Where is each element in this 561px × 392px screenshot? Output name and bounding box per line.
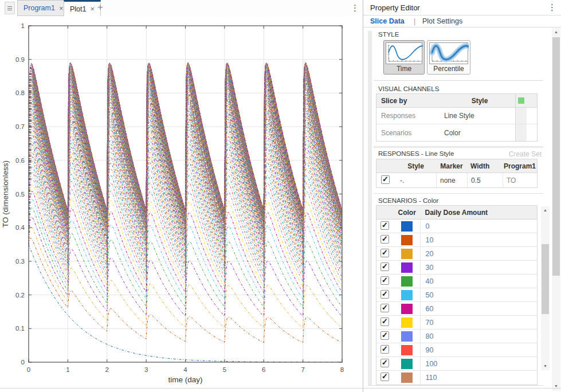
scenario-row[interactable]: 100 <box>376 357 537 371</box>
scenario-dose-label: 30 <box>420 261 537 274</box>
tab-slice-data[interactable]: Slice Data <box>370 17 405 25</box>
y-tick-label: 0 <box>21 359 25 366</box>
window-bottom-border <box>0 388 561 389</box>
scenario-row[interactable]: 40 <box>376 275 537 288</box>
scenario-row[interactable]: 80 <box>376 330 537 343</box>
channel-style[interactable]: Color <box>444 129 515 137</box>
scenario-row[interactable]: 110 <box>376 371 537 385</box>
scenario-color-swatch[interactable] <box>401 331 413 342</box>
scenario-visible-checkbox[interactable] <box>380 345 389 354</box>
create-set-button[interactable]: Create Set <box>509 150 542 158</box>
scenario-color-swatch[interactable] <box>401 290 413 300</box>
property-editor-menu-icon[interactable]: ⋮ <box>548 3 556 11</box>
indicator-cell <box>515 108 527 124</box>
property-editor-panel: Property Editor ⋮ Slice Data | Plot Sett… <box>363 0 561 392</box>
response-name: TO <box>503 173 537 187</box>
y-tick-label: 0.1 <box>15 325 25 332</box>
response-visible-checkbox[interactable] <box>381 175 390 184</box>
scenarios-table: Color Daily Dose Amount 0 10 20 30 40 50 <box>376 205 538 385</box>
tab-program1[interactable]: Program1 × <box>17 0 69 16</box>
scenarios-sublabel: Color <box>423 197 438 204</box>
app-window: Program1 × Plot1 × + ⋮ 01234567800.10.20… <box>0 0 561 392</box>
scenario-visible-checkbox[interactable] <box>380 249 389 257</box>
scenario-color-swatch[interactable] <box>401 317 413 328</box>
response-row[interactable]: -. none 0.5 TO <box>376 173 537 187</box>
scenario-visible-checkbox[interactable] <box>380 304 389 312</box>
scenarios-section-label: SCENARIOS - Color <box>378 197 438 204</box>
channel-style[interactable]: Line Style <box>444 112 515 120</box>
responses-sublabel: Line Style <box>425 150 454 157</box>
scenario-row[interactable]: 60 <box>376 302 537 316</box>
scenario-row[interactable]: 20 <box>376 247 537 261</box>
scenario-visible-checkbox[interactable] <box>380 331 389 340</box>
scenario-visible-checkbox[interactable] <box>380 262 389 271</box>
response-marker[interactable]: none <box>436 173 467 187</box>
scenario-color-swatch[interactable] <box>401 235 413 245</box>
scenarios-scrollbar[interactable]: ▲ ▼ <box>541 206 550 370</box>
tab-plot1[interactable]: Plot1 × <box>64 0 101 16</box>
scenario-visible-checkbox[interactable] <box>380 317 389 326</box>
scenario-color-swatch[interactable] <box>401 345 413 355</box>
scenario-color-swatch[interactable] <box>401 373 413 383</box>
scenario-color-swatch[interactable] <box>401 221 413 232</box>
visual-channel-row[interactable]: Responses Line Style <box>376 108 537 124</box>
scenario-visible-checkbox[interactable] <box>380 221 389 230</box>
scenario-row[interactable]: 50 <box>376 288 537 302</box>
property-editor-title: Property Editor <box>370 3 420 12</box>
document-bar-icon[interactable] <box>5 2 15 14</box>
responses-section-label: RESPONSES - Line Style <box>378 150 454 157</box>
close-icon[interactable]: × <box>59 5 64 12</box>
close-icon[interactable]: × <box>91 5 95 13</box>
x-tick-label: 0 <box>27 366 30 373</box>
col-color: Color <box>394 209 421 217</box>
add-tab-button[interactable]: + <box>97 2 103 13</box>
plot-area-menu-icon[interactable]: ⋮ <box>351 3 359 12</box>
scenario-visible-checkbox[interactable] <box>380 276 389 285</box>
property-editor-header: Property Editor ⋮ <box>363 0 561 15</box>
scenario-row[interactable]: 0 <box>376 219 537 233</box>
col-width: Width <box>467 159 503 173</box>
scenario-row[interactable]: 70 <box>376 316 537 330</box>
panel-scrollbar[interactable]: ▲ ▼ <box>552 28 560 391</box>
scroll-down-icon[interactable]: ▼ <box>552 382 560 390</box>
response-line-style[interactable]: -. <box>395 177 436 185</box>
y-tick-label: 0.8 <box>15 89 25 96</box>
scenario-dose-label: 70 <box>420 316 537 329</box>
style-percentile-button[interactable]: Percentile <box>427 40 470 75</box>
y-tick-label: 0.4 <box>15 224 25 231</box>
tab-plot-settings[interactable]: Plot Settings <box>422 17 462 25</box>
scroll-thumb[interactable] <box>542 244 549 314</box>
scenario-dose-label: 110 <box>420 371 537 385</box>
col-daily-dose-amount: Daily Dose Amount <box>420 209 537 217</box>
scenario-visible-checkbox[interactable] <box>380 359 389 367</box>
visual-channels-table: Slice by Style Responses Line Style Scen… <box>376 93 538 142</box>
to-vs-time-plot[interactable]: 01234567800.10.20.30.40.50.60.70.80.91ti… <box>0 16 362 392</box>
scroll-up-icon[interactable]: ▲ <box>552 28 560 36</box>
style-time-button[interactable]: Time <box>383 40 425 75</box>
scenario-color-swatch[interactable] <box>401 304 413 314</box>
scenario-visible-checkbox[interactable] <box>380 290 389 299</box>
tab-separator: | <box>414 17 415 25</box>
scenario-visible-checkbox[interactable] <box>380 373 389 381</box>
scroll-up-icon[interactable]: ▲ <box>541 206 550 214</box>
y-tick-label: 0.7 <box>15 123 25 130</box>
visual-channel-row[interactable]: Scenarios Color <box>376 124 537 141</box>
scroll-thumb[interactable] <box>552 37 560 276</box>
x-tick-label: 4 <box>183 366 187 373</box>
scroll-down-icon[interactable]: ▼ <box>541 362 550 370</box>
scenario-row[interactable]: 10 <box>376 233 537 247</box>
scenario-color-swatch[interactable] <box>401 249 413 259</box>
scenario-row[interactable]: 30 <box>376 261 537 275</box>
scenario-color-swatch[interactable] <box>401 262 413 273</box>
scenario-dose-label: 60 <box>420 302 537 315</box>
response-line-width[interactable]: 0.5 <box>467 173 503 187</box>
y-tick-label: 0.2 <box>15 292 25 299</box>
visual-channels-label: VISUAL CHANNELS <box>378 85 439 92</box>
scenario-visible-checkbox[interactable] <box>380 235 389 244</box>
divider <box>374 193 543 194</box>
scenario-color-swatch[interactable] <box>401 359 413 369</box>
scenario-color-swatch[interactable] <box>401 276 413 287</box>
scenario-row[interactable]: 90 <box>376 343 537 357</box>
x-tick-label: 5 <box>223 366 226 373</box>
x-tick-label: 2 <box>105 366 109 373</box>
